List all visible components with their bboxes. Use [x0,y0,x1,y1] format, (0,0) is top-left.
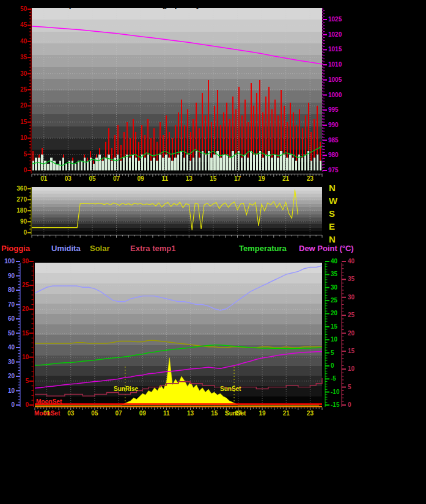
header: Forza vento) 24 hour graph day : 28 Nove… [0,0,426,9]
svg-text:SunSet: SunSet [220,385,241,392]
annotation-sunset: SunSet [220,385,241,392]
page-title: 24 hour graph day : 28 Novembre 2017 [131,0,277,9]
legend-umidita: Umidita [51,244,81,253]
weather-24h-graph: MoonSetMoonRiseSunRiseSunSet Forza vento… [0,0,426,504]
pressure-right-axis [323,8,327,173]
wind-x-ticks [32,174,322,177]
legend-temperatura: Temperatura [239,244,287,253]
legend-solar: Solar [90,244,110,253]
legend-extra-temp1: Extra temp1 [130,244,175,253]
legend-pioggia: Pioggia [1,244,30,253]
direction-left-axis [28,187,31,235]
wind-force-label: Forza vento) [24,0,72,9]
extra-axis [342,261,346,407]
humidity-axis [16,261,20,407]
legend: Pioggia Umidita Solar Extra temp1 Temper… [0,244,426,254]
compass-s: S [329,209,335,219]
panel-backgrounds [32,8,322,407]
wind-left-axis [28,8,31,173]
annotation-sunrise: SunRise [114,385,138,392]
compass-w: W [329,196,337,206]
compass-e: E [329,222,335,232]
svg-text:SunRise: SunRise [114,385,138,392]
compass-n-top: N [329,183,336,193]
rain-axis [29,261,34,407]
bottom-x-ticks [35,407,322,410]
pressure-label: Pressione [284,0,322,9]
legend-dew-point: Dew Point (°C) [299,244,354,253]
compass-n-bottom: N [329,235,336,244]
temp-axis [325,261,329,407]
direction-x-ticks [32,235,322,238]
